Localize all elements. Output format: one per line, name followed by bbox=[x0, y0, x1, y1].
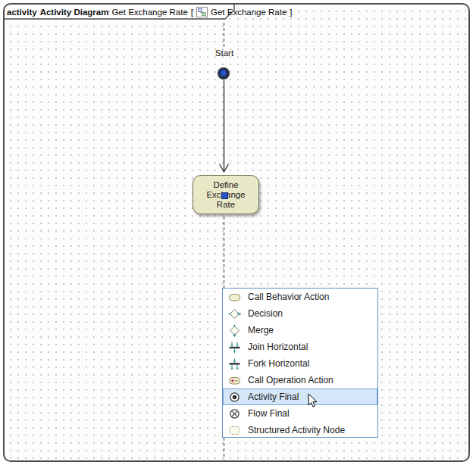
menu-item-flow-final[interactable]: Flow Final bbox=[223, 405, 377, 422]
menu-item-label: Call Operation Action bbox=[248, 375, 334, 385]
structured-activity-node-icon bbox=[228, 424, 241, 437]
merge-icon bbox=[228, 324, 241, 337]
call-operation-action-icon bbox=[228, 374, 241, 387]
menu-item-decision[interactable]: Decision bbox=[223, 305, 377, 322]
fork-horizontal-icon bbox=[228, 357, 241, 370]
menu-item-structured-activity-node[interactable]: Structured Activity Node bbox=[223, 422, 377, 438]
menu-item-label: Decision bbox=[248, 308, 283, 319]
decision-icon bbox=[228, 307, 241, 320]
path-start-handle[interactable] bbox=[220, 70, 227, 76]
menu-item-label: Flow Final bbox=[248, 408, 290, 419]
menu-item-merge[interactable]: Merge bbox=[223, 322, 377, 339]
menu-item-label: Merge bbox=[248, 325, 274, 335]
menu-item-label: Fork Horizontal bbox=[248, 358, 309, 369]
frame-keyword: activity bbox=[7, 8, 37, 17]
menu-item-activity-final[interactable]: Activity Final bbox=[223, 388, 377, 405]
join-horizontal-icon bbox=[228, 341, 241, 354]
menu-item-call-operation-action[interactable]: Call Operation Action bbox=[223, 372, 377, 388]
menu-item-call-behavior-action[interactable]: Call Behavior Action bbox=[223, 289, 377, 305]
menu-item-label: Join Horizontal bbox=[248, 342, 308, 352]
frame-ref-name: Get Exchange Rate bbox=[211, 8, 287, 17]
frame-diagram-kind: Activity Diagram bbox=[40, 8, 109, 17]
menu-item-fork-horizontal[interactable]: Fork Horizontal bbox=[223, 355, 377, 372]
menu-item-join-horizontal[interactable]: Join Horizontal bbox=[223, 339, 377, 355]
frame-diagram-name: Get Exchange Rate bbox=[111, 8, 187, 17]
call-behavior-action-icon bbox=[228, 291, 241, 304]
mouse-cursor-icon bbox=[308, 393, 318, 408]
diagram-frame-header: activity Activity Diagram Get Exchange R… bbox=[7, 6, 293, 18]
diagram-icon bbox=[196, 7, 208, 17]
new-element-context-menu: Call Behavior Action Decision Merge bbox=[222, 288, 378, 438]
menu-item-label: Call Behavior Action bbox=[248, 292, 329, 302]
path-end-handle[interactable] bbox=[221, 192, 228, 199]
menu-item-label: Structured Activity Node bbox=[248, 425, 345, 435]
flow-final-icon bbox=[228, 407, 241, 420]
activity-final-icon bbox=[228, 391, 241, 404]
initial-node-label: Start bbox=[203, 48, 246, 58]
frame-bracket-close: ] bbox=[290, 8, 292, 17]
menu-item-label: Activity Final bbox=[248, 392, 299, 402]
action-node-define-exchange-rate[interactable]: Define Exchange Rate bbox=[193, 175, 259, 214]
frame-bracket-open: [ bbox=[191, 8, 193, 17]
initial-node[interactable] bbox=[218, 67, 230, 80]
